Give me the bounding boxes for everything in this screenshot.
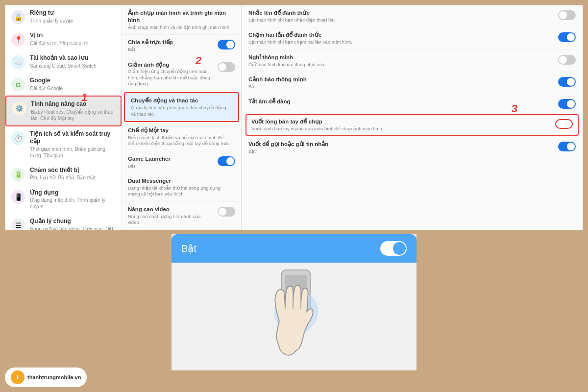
mp-item-anhchup[interactable]: Ảnh chụp màn hình và trình ghi màn hình … — [122, 5, 241, 35]
rp-item-tatam[interactable]: Tắt âm dễ dàng — [242, 94, 583, 113]
rp-highlighted-wrapper: Vuốt lòng bàn tay để chụp Vuốt cạnh bàn … — [244, 114, 581, 136]
toggle-knob6 — [567, 33, 575, 41]
sidebar-sub-google: Cài đặt Google — [30, 85, 116, 92]
toggle-nangcaovideo[interactable] — [218, 207, 235, 217]
mp-title-chedomottay: Chế độ Một tay — [128, 127, 231, 134]
mp-item-giamanhdonG[interactable]: Giảm ánh động Giảm hiệu ứng chuyển động … — [122, 57, 241, 92]
toggle-nghithongminh[interactable] — [558, 55, 576, 65]
rp-item-vuotlongbantay[interactable]: Vuốt lòng bàn tay để chụp Vuốt cạnh bàn … — [245, 114, 579, 136]
sidebar-item-chamsoc[interactable]: 🔋 Chăm sóc thiết bị Pin, Lưu trữ, Bộ nhớ… — [5, 163, 122, 185]
rp-item-canhbaothongminh[interactable]: Cảnh báo thông minh Bật — [242, 72, 583, 94]
rp-sub-chamhailanl: Bật màn hình khi bạn chạm hai lần vào mà… — [248, 39, 554, 45]
toggle-knob4 — [219, 208, 226, 216]
toggle-bat[interactable] — [380, 241, 407, 256]
mp-title-chuyendong: Chuyển động và thao tác — [131, 97, 228, 104]
sidebar-item-tinhnang[interactable]: ⚙️ Tính năng nâng cao Bixby Routines, Ch… — [5, 96, 122, 126]
mp-sub-chiasetructiep: Bật — [128, 47, 214, 52]
sidebar-item-taikhoan[interactable]: ☁️ Tài khoản và sao lưu Samsung Cloud, S… — [5, 50, 122, 73]
watermark-site: thanhtrungmobile.vn — [27, 374, 81, 380]
rp-sub-nghithongminh: Giữ màn hình khi bạn đang nhìn vào. — [248, 62, 554, 68]
location-icon: 📍 — [11, 33, 25, 47]
rp-sub-canhbaothongminh: Bật — [248, 84, 554, 90]
rp-title-canhbaothongminh: Cảnh báo thông minh — [248, 76, 554, 83]
mp-sub-gamelauncher: Bật — [128, 163, 214, 169]
mp-item-nangcaovideo[interactable]: Nâng cao video Nâng cao chất lượng hình … — [122, 202, 241, 230]
toggle-nhaclen[interactable] — [558, 10, 576, 20]
sidebar-sub-taikhoan: Samsung Cloud, Smart Switch — [30, 63, 116, 69]
sidebar-sub-vitri: Cài đặt vị trí, Yêu cầu vị trí — [30, 40, 116, 47]
toggle-chamhailanl[interactable] — [558, 32, 576, 42]
rp-item-nhaclen[interactable]: Nhắc lên để đánh thức Bật màn hình khi b… — [242, 5, 583, 27]
mp-sub-dualmessenger: Đăng nhập tài khoản thứ hai trong ứng dụ… — [128, 185, 231, 197]
sidebar-label-riengtu: Riêng tư — [30, 9, 116, 17]
toggle-vuotgoi[interactable] — [558, 142, 576, 151]
mp-item-chuyendong[interactable]: Chuyển động và thao tác Quản lý tính năn… — [124, 92, 239, 122]
general-icon: ☰ — [11, 219, 25, 230]
toggle-vuotlongbantay[interactable] — [555, 119, 573, 129]
rp-title-chamhailanl: Chạm hai lần để đánh thức — [248, 31, 554, 39]
right-panel: Nhắc lên để đánh thức Bật màn hình khi b… — [242, 5, 583, 230]
mp-item-gamelauncher[interactable]: Game Launcher Bật — [122, 151, 241, 173]
mp-highlighted-wrapper: Chuyển động và thao tác Quản lý tính năn… — [124, 92, 239, 122]
google-icon: G — [11, 78, 25, 92]
sidebar-label-tinhnang: Tính năng nâng cao — [31, 100, 115, 108]
privacy-icon: 🔒 — [11, 10, 25, 24]
rp-title-nhaclen: Nhắc lên để đánh thức — [248, 9, 554, 17]
sidebar-item-google[interactable]: G Google Cài đặt Google — [5, 73, 122, 96]
mp-title-dualmessenger: Dual Messenger — [128, 177, 231, 185]
mp-sub-chuyendong: Quản lý tính năng liên quan đến chuyển đ… — [131, 105, 228, 117]
toggle-knob5 — [559, 11, 567, 19]
rp-sub-vuotgoi: Bật — [248, 148, 554, 154]
toggle-canhbaothongminh[interactable] — [558, 77, 576, 87]
sidebar-item-quanly[interactable]: ☰ Quản lý chung Ngôn ngữ và bàn phím, Th… — [5, 214, 122, 230]
rp-sub-nhaclen: Bật màn hình khi bạn nhấc điện thoại lên… — [248, 17, 554, 23]
screenshot-area: 🔒 Riêng tư Trình quản lý quyền 📍 Vị trí … — [5, 5, 583, 230]
apps-icon: 📱 — [11, 190, 25, 204]
rp-item-vuotgoi[interactable]: Vuốt để gọi hoặc gửi tin nhắn Bật — [242, 137, 583, 159]
sidebar-sub-chamsoc: Pin, Lưu trữ, Bộ nhớ, Bảo mật — [30, 174, 116, 181]
toggle-tatam[interactable] — [558, 99, 576, 109]
cloud-icon: ☁️ — [11, 55, 25, 69]
toggle-knob9 — [567, 100, 575, 108]
rp-title-nghithongminh: Nghỉ thông minh — [248, 54, 554, 61]
toggle-giamanhdong[interactable] — [218, 62, 235, 72]
rp-title-tatam: Tắt âm dễ dàng — [248, 98, 554, 105]
mp-sub-chedomottay: Điều chỉnh kích thước và bố cục màn hình… — [128, 135, 231, 147]
rp-title-vuotlongbantay: Vuốt lòng bàn tay để chụp — [251, 118, 551, 125]
illustration-area — [172, 263, 416, 370]
toggle-knob2 — [219, 63, 226, 71]
mp-title-gamelauncher: Game Launcher — [128, 155, 214, 163]
sidebar-label-quanly: Quản lý chung — [30, 218, 116, 225]
sidebar-sub-quanly: Ngôn ngữ và bàn phím, Thời gian, Đặt lại — [30, 226, 116, 230]
toggle-gamelauncher[interactable] — [218, 156, 235, 166]
mp-item-chiasetructiep[interactable]: Chia sẻ trực tiếp Bật — [122, 35, 241, 57]
mp-item-dualmessenger[interactable]: Dual Messenger Đăng nhập tài khoản thứ h… — [122, 173, 241, 202]
sidebar-item-ungdung[interactable]: 📱 Ứng dụng Ứng dụng mặc định, Trình quản… — [5, 185, 122, 214]
hand-illustration — [255, 263, 333, 370]
watermark-icon: t — [11, 370, 24, 384]
sidebar-item-riengtu[interactable]: 🔒 Riêng tư Trình quản lý quyền — [5, 5, 122, 28]
toggle-knob8 — [567, 78, 575, 86]
rp-sub-vuotlongbantay: Vuốt cạnh bàn tay ngang qua màn hình để … — [251, 126, 551, 132]
sidebar-label-ungdung: Ứng dụng — [30, 189, 116, 197]
mp-item-chedomottay[interactable]: Chế độ Một tay Điều chỉnh kích thước và … — [122, 123, 241, 151]
bottom-section: Bật — [172, 234, 416, 368]
bat-bar: Bật — [172, 234, 416, 263]
mp-title-nangcaovideo: Nâng cao video — [128, 206, 214, 213]
mp-sub-nangcaovideo: Nâng cao chất lượng hình ảnh của video. — [128, 214, 214, 226]
toggle-chiasetructiep[interactable] — [218, 40, 235, 49]
toggle-knob11 — [567, 143, 575, 150]
rp-item-nghithongminh[interactable]: Nghỉ thông minh Giữ màn hình khi bạn đan… — [242, 50, 583, 72]
rp-item-chamhailanl[interactable]: Chạm hai lần để đánh thức Bật màn hình k… — [242, 27, 583, 49]
toggle-knob3 — [226, 157, 234, 165]
mp-title-anhchup: Ảnh chụp màn hình và trình ghi màn hình — [128, 9, 231, 24]
watermark: t thanhtrungmobile.vn — [5, 368, 87, 387]
mp-sub-anhchup: Ảnh chụp màn hình và cài đặt trình ghi m… — [128, 24, 231, 30]
sidebar-item-vitri[interactable]: 📍 Vị trí Cài đặt vị trí, Yêu cầu vị trí — [5, 28, 122, 50]
toggle-knob7 — [559, 56, 567, 64]
sidebar-item-tienich[interactable]: ⏱️ Tiện ích số và kiểm soát truy cập Thờ… — [5, 126, 122, 163]
sidebar-label-google: Google — [30, 77, 116, 85]
digital-icon: ⏱️ — [11, 131, 25, 145]
middle-panel: Ảnh chụp màn hình và trình ghi màn hình … — [122, 5, 242, 230]
sidebar-sub-riengtu: Trình quản lý quyền — [30, 18, 116, 24]
